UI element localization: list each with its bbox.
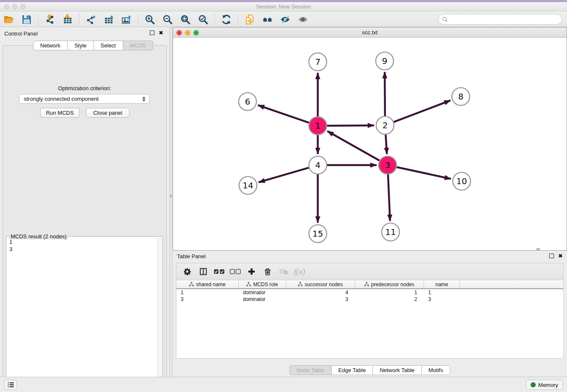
- cell-mcds_role[interactable]: dominator: [239, 289, 286, 296]
- node-6[interactable]: 6: [239, 93, 256, 110]
- cell-shared_name[interactable]: 3: [176, 296, 239, 303]
- network-graph-canvas[interactable]: 7968124314101511: [173, 38, 567, 250]
- svg-text:2: 2: [383, 120, 388, 130]
- edge-1-6[interactable]: [258, 105, 309, 123]
- network-view-window: × − + scc.txt 7968124314101511: [173, 27, 567, 251]
- edge-4-14[interactable]: [259, 168, 309, 182]
- copy-network-icon[interactable]: [243, 14, 256, 25]
- node-10[interactable]: 10: [453, 172, 471, 190]
- edge-3-11[interactable]: [388, 174, 390, 221]
- criterion-dropdown-value: strongly connected component: [24, 96, 99, 102]
- memory-status-icon: [531, 382, 536, 387]
- edge-2-8[interactable]: [394, 100, 451, 122]
- float-table-panel-icon[interactable]: [549, 254, 554, 258]
- home-views-icon[interactable]: [261, 14, 274, 25]
- table-panel-tabs: Node TableEdge TableNetwork TableMotifs: [289, 365, 450, 375]
- edge-2-3[interactable]: [385, 135, 387, 154]
- close-panel-icon[interactable]: ✖: [159, 30, 163, 35]
- memory-button[interactable]: Memory: [526, 380, 563, 390]
- cell-name[interactable]: 3: [424, 296, 460, 303]
- tab-node-table[interactable]: Node Table: [289, 365, 332, 375]
- column-header-shared-name[interactable]: shared name: [176, 280, 239, 288]
- export-image-icon[interactable]: [120, 14, 133, 25]
- node-9[interactable]: 9: [376, 52, 394, 70]
- network-view-title: scc.txt: [173, 29, 567, 36]
- edge-3-10[interactable]: [397, 167, 451, 179]
- unselect-all-icon[interactable]: [230, 266, 241, 277]
- cell-name[interactable]: 1: [424, 289, 460, 296]
- run-mcds-button[interactable]: Run MCDS: [40, 108, 80, 118]
- delete-row-icon[interactable]: [262, 266, 273, 277]
- column-header-successor-nodes[interactable]: successor nodes: [286, 280, 355, 288]
- open-file-icon[interactable]: [3, 14, 15, 25]
- close-table-panel-icon[interactable]: ✖: [558, 254, 563, 258]
- column-header-name[interactable]: name: [424, 280, 460, 288]
- tab-mcds[interactable]: MCDS: [123, 41, 153, 50]
- zoom-selected-icon[interactable]: [197, 14, 209, 25]
- gear-icon[interactable]: [182, 266, 193, 277]
- svg-text:6: 6: [245, 97, 250, 107]
- cell-shared_name[interactable]: 1: [176, 289, 239, 296]
- node-3[interactable]: 3: [379, 156, 396, 174]
- cell-predecessor_nodes[interactable]: 1: [355, 289, 424, 296]
- import-table-icon[interactable]: [61, 14, 74, 25]
- chevron-up-down-icon: [141, 96, 146, 102]
- toolbar-separator: [38, 14, 39, 25]
- task-history-button[interactable]: [4, 380, 17, 390]
- edge-3-1[interactable]: [328, 131, 380, 160]
- float-panel-icon[interactable]: [150, 30, 154, 35]
- node-8[interactable]: 8: [452, 88, 470, 105]
- search-box[interactable]: [438, 14, 562, 25]
- columns-icon[interactable]: [198, 266, 209, 277]
- cell-successor_nodes[interactable]: 3: [286, 296, 355, 303]
- cell-mcds_role[interactable]: dominator: [239, 296, 286, 303]
- node-14[interactable]: 14: [239, 177, 257, 194]
- tab-motifs[interactable]: Motifs: [422, 365, 451, 375]
- node-2[interactable]: 2: [376, 116, 394, 134]
- mcds-result-text[interactable]: 1 3: [7, 238, 157, 392]
- tab-edge-table[interactable]: Edge Table: [332, 365, 373, 375]
- edge-2-9[interactable]: [385, 72, 385, 116]
- horizontal-splitter-grip[interactable]: [537, 248, 540, 250]
- svg-text:15: 15: [312, 229, 323, 239]
- control-panel-title: Control Panel: [4, 30, 38, 37]
- import-network-icon[interactable]: [44, 14, 56, 25]
- criterion-dropdown[interactable]: strongly connected component: [19, 94, 149, 104]
- cell-successor_nodes[interactable]: 4: [286, 289, 355, 296]
- table-row[interactable]: 3dominator323: [176, 296, 563, 303]
- vertical-splitter[interactable]: [169, 27, 173, 377]
- tab-select[interactable]: Select: [94, 41, 123, 50]
- cell-predecessor_nodes[interactable]: 2: [355, 296, 424, 303]
- search-input[interactable]: [448, 16, 561, 22]
- hide-panel-icon[interactable]: [279, 14, 292, 25]
- zoom-in-icon[interactable]: [143, 14, 156, 25]
- node-7[interactable]: 7: [309, 53, 327, 71]
- refresh-icon[interactable]: [220, 14, 233, 25]
- zoom-out-icon[interactable]: [161, 14, 174, 25]
- table-row[interactable]: 1dominator411: [176, 289, 563, 296]
- add-row-icon[interactable]: [246, 266, 257, 277]
- node-4[interactable]: 4: [309, 156, 327, 174]
- column-header-predecessor-nodes[interactable]: predecessor nodes: [355, 280, 424, 288]
- node-1[interactable]: 1: [309, 117, 327, 135]
- node-11[interactable]: 11: [382, 223, 399, 241]
- export-network-icon[interactable]: [85, 14, 97, 25]
- export-table-icon[interactable]: [102, 14, 115, 25]
- network-window-titlebar[interactable]: × − + scc.txt: [173, 28, 567, 38]
- result-scrollbar[interactable]: [157, 237, 162, 392]
- close-panel-button[interactable]: Close panel: [86, 108, 129, 118]
- mcds-result-group: MCDS result (2 nodes) 1 3: [6, 236, 163, 392]
- tab-style[interactable]: Style: [68, 41, 94, 50]
- show-panel-icon[interactable]: [297, 14, 309, 25]
- control-panel: Control Panel ✖ NetworkStyleSelectMCDS O…: [0, 27, 169, 377]
- save-session-icon[interactable]: [20, 14, 33, 25]
- column-header-MCDS-role[interactable]: MCDS role: [239, 280, 286, 288]
- table-panel-title: Table Panel: [177, 253, 206, 259]
- toolbar-separator: [79, 14, 80, 25]
- zoom-fit-icon[interactable]: [179, 14, 192, 25]
- tab-network[interactable]: Network: [33, 41, 68, 50]
- select-all-icon[interactable]: [214, 266, 225, 277]
- tab-network-table[interactable]: Network Table: [373, 365, 421, 375]
- edge-1-2[interactable]: [327, 125, 374, 126]
- node-15[interactable]: 15: [309, 225, 327, 243]
